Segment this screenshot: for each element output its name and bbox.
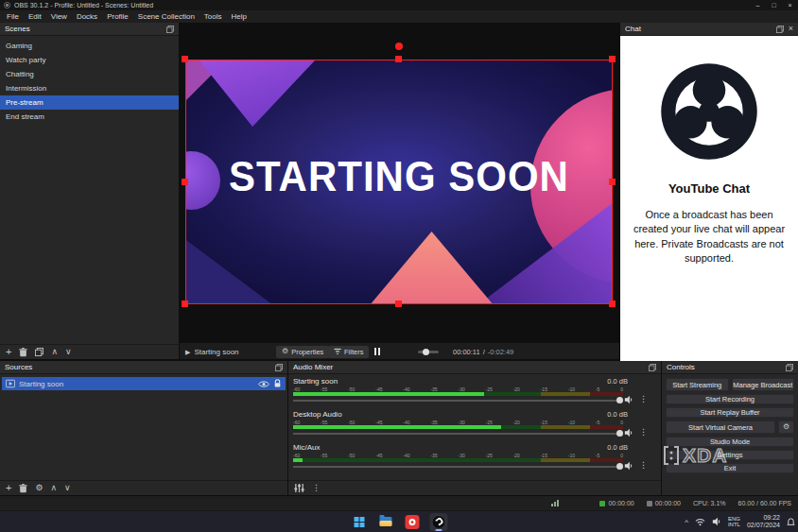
time: 09:22 [747, 514, 780, 522]
selection-handle[interactable] [609, 300, 616, 307]
manage-broadcast-button[interactable]: Manage Broadcast [732, 378, 795, 391]
rotation-handle[interactable] [395, 43, 403, 50]
dock-popup-icon[interactable] [275, 364, 283, 371]
file-explorer-button[interactable] [377, 513, 395, 531]
source-properties-button[interactable]: ⚙ [35, 484, 43, 492]
menu-item[interactable]: Docks [72, 10, 102, 23]
move-source-down-button[interactable]: ∨ [64, 484, 71, 492]
volume-slider[interactable] [293, 429, 623, 438]
media-source-name: Starting soon [194, 348, 238, 356]
scene-list: GamingWatch partyChattingIntermissionPre… [0, 36, 179, 124]
obs-logo [658, 60, 760, 163]
obs-taskbar-button[interactable] [430, 513, 448, 531]
menu-item[interactable]: Edit [24, 10, 46, 23]
record-timer: 00:00:00 [647, 500, 681, 506]
channel-menu-button[interactable]: ⋮ [639, 460, 648, 470]
scene-item[interactable]: Intermission [0, 81, 179, 95]
dock-popup-icon[interactable] [786, 364, 793, 371]
scene-item[interactable]: Chatting [0, 67, 179, 81]
exit-button[interactable]: Exit [666, 463, 794, 473]
lock-icon[interactable] [273, 379, 282, 388]
remove-source-button[interactable] [19, 484, 27, 493]
red-app-button[interactable] [404, 513, 422, 531]
move-scene-down-button[interactable]: ∨ [65, 348, 72, 356]
duplicate-scene-button[interactable] [35, 348, 43, 356]
move-scene-up-button[interactable]: ∧ [51, 348, 58, 356]
menu-item[interactable]: Profile [102, 10, 133, 23]
slider-handle[interactable] [616, 430, 623, 437]
add-scene-button[interactable]: + [6, 347, 11, 357]
slider-handle[interactable] [616, 463, 623, 470]
preview-canvas[interactable]: STARTING SOON [185, 60, 613, 304]
channel-menu-button[interactable]: ⋮ [639, 394, 648, 403]
speaker-icon[interactable] [624, 428, 633, 438]
close-button[interactable]: × [782, 0, 798, 10]
folder-icon [380, 517, 392, 526]
start-virtual-camera-button[interactable]: Start Virtual Camera [666, 420, 775, 434]
menu-item[interactable]: File [2, 10, 24, 23]
clock[interactable]: 09:22 02/07/2024 [747, 514, 780, 529]
remove-scene-button[interactable] [19, 348, 27, 357]
menu-item[interactable]: View [46, 10, 72, 23]
properties-button[interactable]: ⚙ Properties [276, 346, 329, 358]
scene-item[interactable]: Watch party [0, 53, 179, 67]
scene-item[interactable]: Gaming [0, 39, 179, 53]
volume-slider[interactable] [293, 462, 623, 472]
add-source-button[interactable]: + [6, 483, 11, 493]
selection-handle[interactable] [182, 179, 188, 185]
scene-item[interactable]: End stream [0, 110, 179, 124]
start-button[interactable] [351, 513, 369, 531]
audio-mixer-dock: Audio Mixer Starting soon 0.0 dB -60-55-… [288, 361, 661, 495]
menu-item[interactable]: Tools [200, 10, 227, 23]
volume-icon[interactable] [712, 517, 721, 526]
dock-popup-icon[interactable] [776, 26, 784, 33]
seek-handle[interactable] [423, 349, 429, 355]
maximize-button[interactable]: □ [766, 0, 782, 10]
selection-handle[interactable] [182, 56, 188, 62]
selection-handle[interactable] [182, 300, 188, 307]
menu-item[interactable]: Scene Collection [133, 10, 200, 23]
settings-button[interactable]: Settings [666, 450, 794, 460]
speaker-icon[interactable] [624, 395, 633, 404]
selection-handle[interactable] [395, 56, 402, 62]
dock-popup-icon[interactable] [166, 26, 174, 33]
selection-handle[interactable] [609, 56, 616, 62]
wifi-icon[interactable] [695, 518, 705, 526]
mixer-menu-button[interactable]: ⋮ [312, 484, 321, 492]
status-bar: 00:00:00 00:00:00 CPU: 3.1% 60.00 / 60.0… [0, 495, 798, 510]
studio-mode-button[interactable]: Studio Mode [666, 437, 794, 447]
virtual-camera-config-button[interactable]: ⚙ [778, 420, 794, 434]
selection-handle[interactable] [395, 300, 402, 307]
notifications-bell-icon[interactable] [787, 517, 795, 526]
obs-app-icon [4, 2, 10, 9]
hidden-icons-chevron[interactable]: ^ [685, 518, 688, 526]
mixer-channel: Mic/Aux 0.0 dB -60-55-50-45-40-35-30-25-… [293, 443, 656, 472]
selection-handle[interactable] [609, 179, 616, 185]
advanced-audio-button[interactable] [294, 483, 304, 493]
remaining-time: -0:02:49 [488, 348, 514, 356]
start-replay-buffer-button[interactable]: Start Replay Buffer [666, 407, 794, 418]
visibility-icon[interactable] [258, 380, 269, 388]
start-streaming-button[interactable]: Start Streaming [666, 378, 729, 391]
minimize-button[interactable]: – [750, 0, 766, 10]
elapsed-time: 00:00:11 [453, 348, 480, 356]
dock-close-icon[interactable]: × [789, 25, 793, 33]
move-source-up-button[interactable]: ∧ [51, 484, 58, 492]
filters-button[interactable]: Filters [328, 346, 369, 358]
channel-menu-button[interactable]: ⋮ [639, 427, 648, 437]
menu-item[interactable]: Help [227, 10, 252, 23]
source-item[interactable]: Starting soon [2, 377, 286, 390]
channel-name: Desktop Audio [293, 410, 342, 419]
media-seek-slider[interactable] [418, 351, 439, 353]
pause-button[interactable] [374, 348, 380, 355]
volume-slider[interactable] [293, 396, 623, 405]
stream-status-dot [599, 501, 605, 506]
slider-handle[interactable] [616, 397, 623, 403]
fps-indicator: 60.00 / 60.00 FPS [738, 500, 791, 506]
dock-popup-icon[interactable] [649, 364, 656, 371]
language-indicator[interactable]: ENG INTL [728, 516, 740, 528]
speaker-icon[interactable] [624, 461, 633, 471]
scene-item[interactable]: Pre-stream [0, 95, 179, 110]
start-recording-button[interactable]: Start Recording [666, 394, 794, 404]
pause-icon [374, 348, 380, 355]
